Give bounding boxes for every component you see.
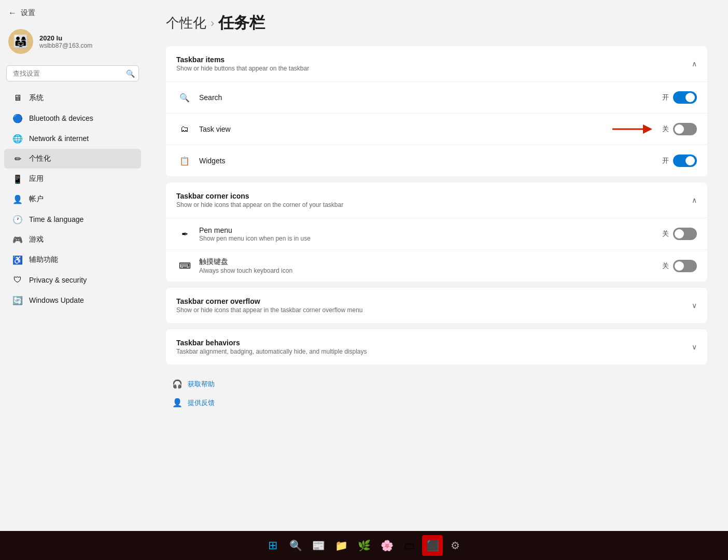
widgets-toggle-track[interactable] (673, 155, 697, 167)
sidebar-item-time[interactable]: 🕐 Time & language (4, 209, 141, 229)
start-button[interactable]: ⊞ (262, 535, 283, 556)
section-title-taskbar-items: Taskbar items (176, 55, 309, 64)
section-chevron-taskbar-behaviors: ∨ (692, 343, 697, 351)
pen-menu-controls: 关 (662, 228, 697, 240)
widgets-state: 开 (662, 156, 669, 165)
section-body-taskbar-corner-icons: ✒ Pen menu Show pen menu icon when pen i… (166, 218, 707, 282)
sidebar-label-privacy: Privacy & security (29, 276, 87, 284)
feedback-label[interactable]: 提供反馈 (188, 398, 215, 408)
widgets-info: Widgets (199, 157, 662, 165)
section-taskbar-corner-overflow: Taskbar corner overflow Show or hide ico… (166, 288, 707, 323)
sidebar-label-system: 系统 (29, 93, 44, 103)
sections-container: Taskbar items Show or hide buttons that … (166, 46, 707, 365)
task-view-toggle[interactable] (673, 123, 697, 135)
sidebar-item-network[interactable]: 🌐 Network & internet (4, 129, 141, 148)
search-toggle[interactable] (673, 91, 697, 104)
section-header-taskbar-items[interactable]: Taskbar items Show or hide buttons that … (166, 46, 707, 81)
task-view-name: Task view (199, 125, 612, 133)
sidebar-item-apps[interactable]: 📱 应用 (4, 169, 141, 189)
pen-menu-toggle[interactable] (673, 228, 697, 240)
sidebar-item-system[interactable]: 🖥 系统 (4, 88, 141, 108)
sidebar-label-network: Network & internet (29, 134, 89, 143)
help-section: 🎧 获取帮助 👤 提供反馈 (166, 375, 707, 412)
get-help-label[interactable]: 获取帮助 (188, 380, 215, 389)
section-chevron-taskbar-corner-icons: ∧ (692, 196, 697, 204)
pen-menu-state: 关 (662, 229, 669, 239)
section-chevron-taskbar-items: ∧ (692, 60, 697, 68)
taskbar-icons: ⊞ 🔍 📰 📁 🌿 🌸 🗃 ⬛ ⚙ (262, 535, 466, 556)
touch-keyboard-toggle-track[interactable] (673, 260, 697, 272)
sidebar-label-gaming: 游戏 (29, 235, 44, 244)
pen-menu-toggle-thumb (675, 229, 684, 239)
search-state: 开 (662, 93, 669, 102)
touch-keyboard-toggle[interactable] (673, 260, 697, 272)
app2-taskbar-icon[interactable]: ⬛ (422, 535, 443, 556)
feedback-link[interactable]: 👤 提供反馈 (170, 394, 703, 412)
sidebar-item-accessibility[interactable]: ♿ 辅助功能 (4, 250, 141, 270)
touch-keyboard-controls: 关 (662, 260, 697, 272)
section-header-taskbar-corner-overflow[interactable]: Taskbar corner overflow Show or hide ico… (166, 288, 707, 323)
user-info: 2020 lu wslbb87@163.com (39, 34, 92, 49)
breadcrumb-current: 任务栏 (218, 12, 265, 34)
search-box: 🔍 (6, 65, 139, 81)
search-input[interactable] (6, 65, 139, 81)
sidebar-item-privacy[interactable]: 🛡 Privacy & security (4, 270, 141, 290)
search-info: Search (199, 93, 662, 102)
widgets-toggle-thumb (685, 156, 695, 165)
pen-menu-name: Pen menu (199, 226, 662, 234)
search-toggle-track[interactable] (673, 91, 697, 104)
back-button[interactable]: ← 设置 (0, 4, 145, 22)
sidebar-label-personalization: 个性化 (29, 154, 51, 163)
browser1-taskbar-icon[interactable]: 🌿 (354, 535, 374, 556)
sidebar-item-gaming[interactable]: 🎮 游戏 (4, 230, 141, 249)
sidebar: ← 设置 👨‍👩‍👧 2020 lu wslbb87@163.com 🔍 🖥 系… (0, 0, 145, 531)
section-title-taskbar-behaviors: Taskbar behaviors (176, 339, 367, 347)
sidebar-label-time: Time & language (29, 215, 83, 223)
time-icon: 🕐 (12, 214, 23, 225)
search-name: Search (199, 93, 662, 102)
setting-row-widgets: 📋 Widgets 开 (166, 145, 707, 176)
back-arrow-icon: ← (8, 8, 17, 18)
accounts-icon: 👤 (12, 194, 23, 204)
section-subtitle-taskbar-corner-icons: Show or hide icons that appear on the co… (176, 201, 343, 208)
personalization-icon: ✏ (12, 153, 23, 164)
task-view-toggle-track[interactable] (673, 123, 697, 135)
sidebar-item-update[interactable]: 🔄 Windows Update (4, 290, 141, 310)
files-taskbar-icon[interactable]: 📁 (331, 535, 352, 556)
task-view-controls: 关 (612, 123, 697, 135)
section-header-taskbar-corner-icons[interactable]: Taskbar corner icons Show or hide icons … (166, 183, 707, 218)
apps-icon: 📱 (12, 174, 23, 184)
breadcrumb: 个性化 › 任务栏 (166, 12, 707, 34)
sidebar-item-accounts[interactable]: 👤 帐户 (4, 189, 141, 209)
breadcrumb-parent: 个性化 (166, 14, 206, 32)
settings-taskbar-icon[interactable]: ⚙ (445, 535, 466, 556)
task-view-taskbar-icon[interactable]: 📰 (308, 535, 329, 556)
sidebar-item-bluetooth[interactable]: 🔵 Bluetooth & devices (4, 108, 141, 128)
user-email: wslbb87@163.com (39, 42, 92, 49)
browser2-taskbar-icon[interactable]: 🌸 (376, 535, 397, 556)
search-icon: 🔍 (126, 69, 135, 78)
get-help-link[interactable]: 🎧 获取帮助 (170, 375, 703, 394)
widgets-name: Widgets (199, 157, 662, 165)
app-title: 设置 (21, 8, 35, 18)
app1-taskbar-icon[interactable]: 🗃 (399, 535, 420, 556)
search-icon: 🔍 (176, 89, 193, 106)
section-title-taskbar-corner-overflow: Taskbar corner overflow (176, 297, 363, 305)
sidebar-item-personalization[interactable]: ✏ 个性化 (4, 149, 141, 169)
pen-menu-icon: ✒ (176, 226, 193, 242)
search-taskbar-icon[interactable]: 🔍 (285, 535, 306, 556)
taskbar: ⊞ 🔍 📰 📁 🌿 🌸 🗃 ⬛ ⚙ (0, 531, 728, 560)
task-view-info: Task view (199, 125, 612, 134)
section-taskbar-behaviors: Taskbar behaviors Taskbar alignment, bad… (166, 329, 707, 365)
help-icon: 🎧 (172, 379, 183, 389)
section-taskbar-items: Taskbar items Show or hide buttons that … (166, 46, 707, 176)
widgets-controls: 开 (662, 155, 697, 167)
bluetooth-icon: 🔵 (12, 113, 23, 123)
setting-row-touch-keyboard: ⌨ 触摸键盘 Always show touch keyboard icon 关 (166, 250, 707, 282)
pen-menu-toggle-track[interactable] (673, 228, 697, 240)
section-header-taskbar-behaviors[interactable]: Taskbar behaviors Taskbar alignment, bad… (166, 329, 707, 365)
search-controls: 开 (662, 91, 697, 104)
touch-keyboard-desc: Always show touch keyboard icon (199, 267, 662, 274)
widgets-toggle[interactable] (673, 155, 697, 167)
section-body-taskbar-items: 🔍 Search 开 (166, 81, 707, 176)
